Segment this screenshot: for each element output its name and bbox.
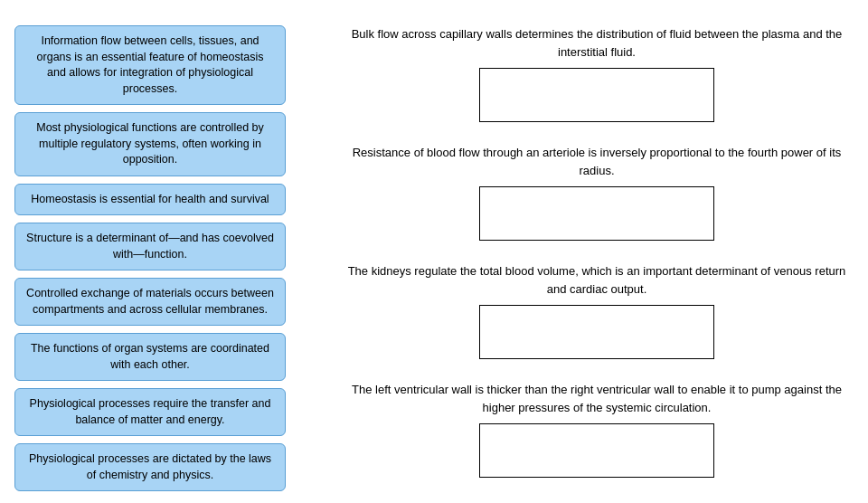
drag-card-6[interactable]: The functions of organ systems are coord… xyxy=(14,333,286,381)
drop-box-4[interactable] xyxy=(479,423,714,478)
right-section-2: Resistance of blood flow through an arte… xyxy=(340,144,854,253)
drop-box-3[interactable] xyxy=(479,305,714,359)
drag-card-3[interactable]: Homeostasis is essential for health and … xyxy=(14,184,286,216)
main-content: Information flow between cells, tissues,… xyxy=(14,25,854,491)
drag-card-5[interactable]: Controlled exchange of materials occurs … xyxy=(14,278,286,326)
drag-card-4[interactable]: Structure is a determinant of—and has co… xyxy=(14,223,286,270)
section-description-4: The left ventricular wall is thicker tha… xyxy=(340,381,854,416)
right-section-4: The left ventricular wall is thicker tha… xyxy=(340,381,854,478)
left-column: Information flow between cells, tissues,… xyxy=(14,25,286,491)
drag-card-1[interactable]: Information flow between cells, tissues,… xyxy=(14,25,286,105)
section-description-2: Resistance of blood flow through an arte… xyxy=(340,144,854,179)
drag-card-2[interactable]: Most physiological functions are control… xyxy=(14,112,286,176)
drop-box-2[interactable] xyxy=(479,186,714,241)
section-description-1: Bulk flow across capillary walls determi… xyxy=(340,25,854,61)
section-description-3: The kidneys regulate the total blood vol… xyxy=(340,262,854,298)
drag-card-7[interactable]: Physiological processes require the tran… xyxy=(14,388,286,436)
drop-box-1[interactable] xyxy=(479,68,714,122)
drag-card-8[interactable]: Physiological processes are dictated by … xyxy=(14,443,286,491)
right-column: Bulk flow across capillary walls determi… xyxy=(286,25,854,487)
right-section-1: Bulk flow across capillary walls determi… xyxy=(340,25,854,135)
right-section-3: The kidneys regulate the total blood vol… xyxy=(340,262,854,372)
